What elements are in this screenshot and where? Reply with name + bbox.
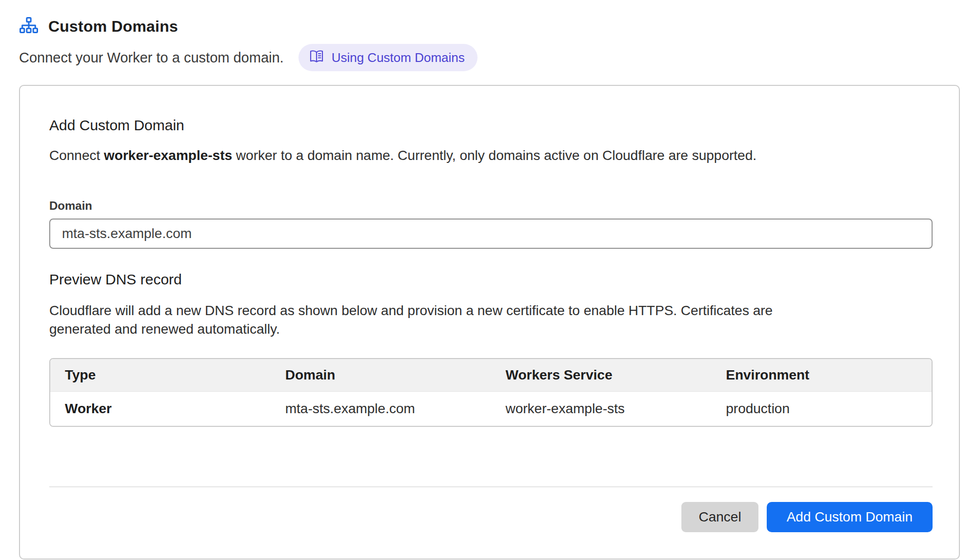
page-subtitle-row: Connect your Worker to a custom domain. … [19,44,960,71]
table-row: Worker mta-sts.example.com worker-exampl… [50,392,932,426]
footer-divider [49,486,933,487]
column-header-workers-service: Workers Service [491,359,712,392]
card-heading: Add Custom Domain [49,117,931,134]
column-header-environment: Environment [711,359,932,392]
preview-dns-description: Cloudflare will add a new DNS record as … [49,301,810,339]
sitemap-icon [19,17,39,36]
cancel-button[interactable]: Cancel [681,502,758,532]
footer-actions: Cancel Add Custom Domain [49,502,933,532]
page-subtitle: Connect your Worker to a custom domain. [19,50,284,66]
dns-preview-table: Type Domain Workers Service Environment … [49,358,933,427]
column-header-domain: Domain [271,359,491,392]
add-custom-domain-button[interactable]: Add Custom Domain [767,502,933,532]
cell-environment: production [711,392,932,426]
docs-link-badge[interactable]: Using Custom Domains [298,44,478,71]
intro-prefix: Connect [49,148,104,163]
docs-link-label: Using Custom Domains [332,50,465,65]
domain-input[interactable] [49,219,933,249]
worker-name: worker-example-sts [104,148,232,163]
page-header: Custom Domains [19,17,960,36]
cell-type: Worker [50,392,271,426]
preview-dns-heading: Preview DNS record [49,271,931,288]
cell-workers-service: worker-example-sts [491,392,712,426]
add-custom-domain-card: Add Custom Domain Connect worker-example… [19,85,960,560]
column-header-type: Type [50,359,271,392]
domain-field-label: Domain [49,199,931,213]
intro-suffix: worker to a domain name. Currently, only… [232,148,756,163]
page-title: Custom Domains [48,18,178,36]
custom-domains-page: Custom Domains Connect your Worker to a … [0,0,975,560]
card-intro-text: Connect worker-example-sts worker to a d… [49,146,931,165]
table-header-row: Type Domain Workers Service Environment [50,359,932,392]
open-book-icon [308,48,325,67]
cell-domain: mta-sts.example.com [271,392,491,426]
